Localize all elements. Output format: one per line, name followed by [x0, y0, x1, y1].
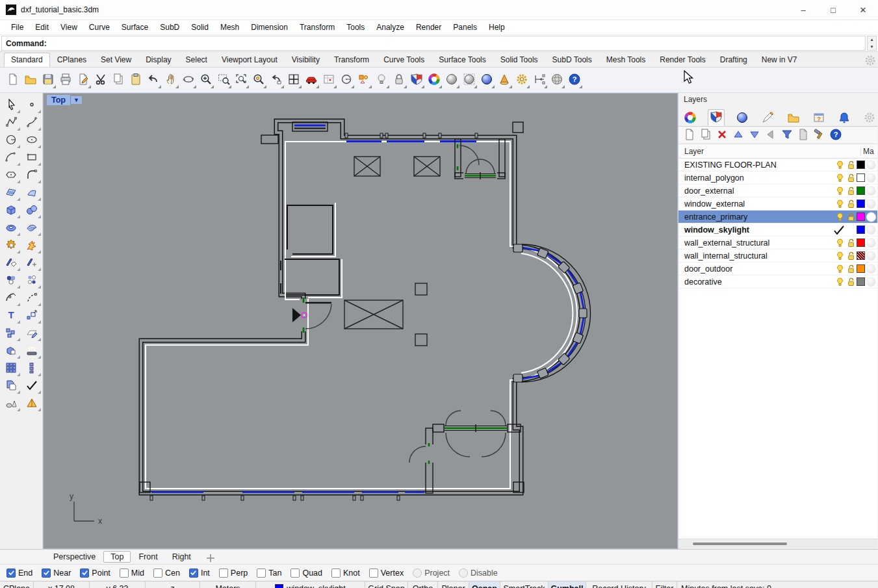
layer-row[interactable]: door_outdoor [678, 262, 877, 275]
rendered-viewport-button[interactable] [478, 71, 495, 89]
minimize-button[interactable]: – [788, 0, 818, 19]
viewport-tab-perspective[interactable]: Perspective [47, 552, 102, 562]
tool-point-button[interactable] [23, 98, 41, 113]
pan-button[interactable] [162, 71, 179, 89]
osnap-near[interactable]: Near [42, 569, 71, 578]
menu-transform[interactable]: Transform [294, 21, 341, 33]
match-layer-button[interactable] [764, 129, 777, 142]
viewport-tab-front[interactable]: Front [132, 552, 164, 562]
layer-name[interactable]: internal_polygon [678, 173, 834, 183]
layer-row[interactable]: window_external [678, 198, 877, 211]
osnap-mid[interactable]: Mid [120, 569, 144, 578]
osnap-checkbox-vertex[interactable] [369, 569, 378, 578]
osnap-project[interactable]: Project [413, 569, 450, 578]
tool-scale-button[interactable] [23, 309, 41, 324]
tool-arc-button[interactable] [2, 151, 20, 166]
tool-spheres-button[interactable] [23, 203, 41, 218]
layer-material-icon[interactable] [865, 172, 877, 183]
layer-material-icon[interactable] [865, 263, 877, 274]
tool-adjust-arc-button[interactable] [2, 291, 20, 306]
move-layer-down-button[interactable] [747, 129, 761, 142]
layer-lock-icon[interactable] [846, 211, 857, 222]
lock-objects-button[interactable] [390, 71, 407, 89]
open-file-button[interactable] [21, 71, 39, 89]
tab-select[interactable]: Select [179, 53, 214, 67]
menu-surface[interactable]: Surface [116, 21, 154, 33]
tool-check2-button[interactable] [23, 379, 41, 394]
layer-help-button[interactable]: ? [829, 129, 842, 142]
osnap-checkbox-perp[interactable] [219, 569, 228, 578]
tool-circle-button[interactable] [2, 133, 20, 148]
status-y-6-33[interactable]: y 6.33 [90, 582, 146, 588]
layer-color-swatch[interactable] [857, 186, 865, 195]
move-layer-up-button[interactable] [731, 129, 745, 142]
osnap-vertex[interactable]: Vertex [369, 569, 404, 578]
menu-help[interactable]: Help [483, 21, 511, 33]
new-sublayer-button[interactable] [699, 129, 712, 142]
properties-tab[interactable] [682, 110, 697, 126]
osnap-point[interactable]: Point [80, 569, 110, 578]
tool-rectangle-button[interactable] [23, 151, 41, 166]
layer-name[interactable]: window_external [678, 199, 834, 209]
osnap-checkbox-point[interactable] [80, 569, 89, 578]
layer-lock-icon[interactable] [846, 263, 857, 274]
tool-paint-button[interactable] [2, 274, 20, 288]
layer-color-swatch[interactable] [857, 160, 865, 169]
tool-puzzle-button[interactable] [2, 238, 20, 253]
layer-name[interactable]: wall_internal_structural [678, 251, 834, 261]
menu-curve[interactable]: Curve [83, 21, 116, 33]
tab-drafting[interactable]: Drafting [713, 53, 755, 67]
layer-name[interactable]: door_outdoor [678, 264, 834, 274]
render-plugin-button[interactable] [495, 71, 513, 89]
tool-pointer-button[interactable] [2, 98, 20, 113]
print-button[interactable] [57, 71, 74, 89]
layer-lock-icon[interactable] [846, 172, 857, 183]
spinner-down-icon[interactable]: ▼ [868, 44, 876, 51]
undo-button[interactable] [144, 71, 162, 89]
tool-polyline-button[interactable] [2, 116, 20, 131]
tool-text-button[interactable]: T [2, 309, 20, 324]
tool-curve-button[interactable] [23, 116, 41, 131]
osnap-knot[interactable]: Knot [331, 569, 360, 578]
osnap-checkbox-near[interactable] [42, 569, 51, 578]
tool-box-button[interactable] [2, 203, 20, 218]
tool-fillet-button[interactable] [23, 168, 41, 183]
earth-anchor-button[interactable] [548, 71, 565, 89]
tool-polygon-button[interactable] [2, 168, 20, 183]
viewport-tab-right[interactable]: Right [166, 552, 198, 562]
layer-lock-icon[interactable] [846, 198, 857, 209]
command-history-spinner[interactable]: ▲ ▼ [867, 36, 877, 51]
tab-visibility[interactable]: Visibility [285, 53, 327, 67]
layer-color-swatch[interactable] [857, 251, 865, 260]
osnap-checkbox-disable[interactable] [459, 569, 468, 578]
save-file-button[interactable] [39, 71, 57, 89]
layer-row[interactable]: entrance_primary [678, 211, 877, 224]
viewport-top[interactable]: Top ▼ [43, 93, 678, 549]
layer-visibility-bulb-icon[interactable] [834, 276, 846, 287]
layer-visibility-bulb-icon[interactable] [834, 172, 846, 183]
tab-curve-tools[interactable]: Curve Tools [376, 53, 432, 67]
tool-srf-quilt-button[interactable] [23, 221, 41, 236]
viewport-layout-button[interactable] [285, 71, 302, 89]
command-input[interactable]: Command: [1, 36, 866, 51]
tool-split-button[interactable] [23, 256, 41, 271]
osnap-checkbox-knot[interactable] [331, 569, 341, 578]
layer-material-icon[interactable] [865, 276, 877, 287]
hide-objects-button[interactable] [372, 71, 390, 89]
zoom-dynamic-button[interactable] [197, 71, 214, 89]
tab-cplanes[interactable]: CPlanes [50, 53, 94, 67]
layer-material-icon[interactable] [865, 159, 877, 170]
menu-dimension[interactable]: Dimension [245, 21, 294, 33]
libraries-tab[interactable] [786, 110, 801, 126]
object-snap-button[interactable] [337, 71, 355, 89]
filter-layers-button[interactable] [780, 129, 794, 142]
tool-adjust-arc2-button[interactable] [23, 291, 41, 306]
new-file-button[interactable] [4, 71, 21, 89]
tool-array-v-button[interactable] [23, 361, 41, 376]
layers-horizontal-scrollbar[interactable] [678, 539, 877, 549]
osnap-disable[interactable]: Disable [459, 569, 498, 578]
layer-material-icon[interactable] [865, 250, 877, 261]
layer-name[interactable]: entrance_primary [678, 212, 834, 222]
osnap-perp[interactable]: Perp [219, 569, 248, 578]
spinner-up-icon[interactable]: ▲ [868, 36, 876, 44]
